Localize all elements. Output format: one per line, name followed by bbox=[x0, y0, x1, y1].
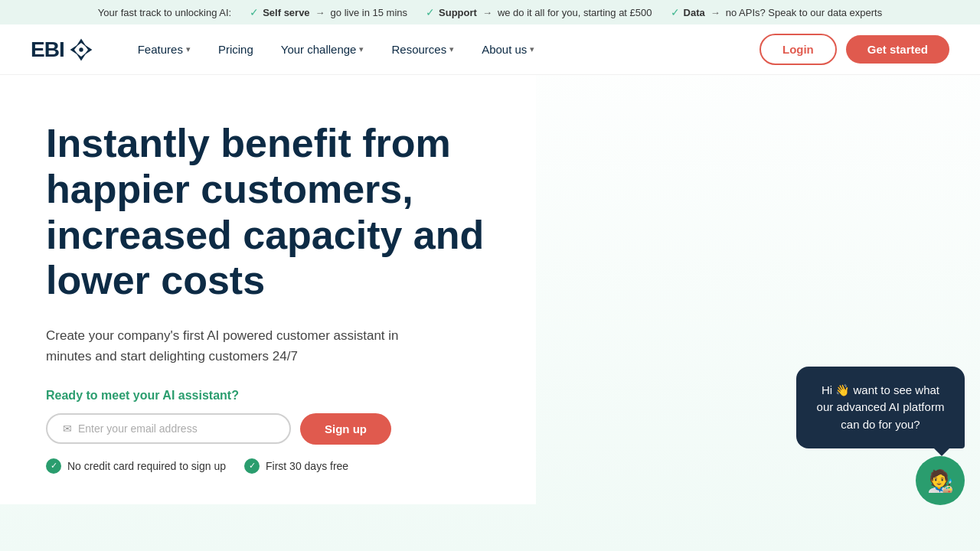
chat-bubble[interactable]: Hi 👋 want to see what our advanced AI pl… bbox=[796, 367, 965, 449]
signup-form: ✉ Sign up bbox=[46, 413, 490, 445]
nav-item-pricing[interactable]: Pricing bbox=[206, 35, 266, 64]
chat-bubble-container: Hi 👋 want to see what our advanced AI pl… bbox=[796, 367, 965, 506]
banner-data-bold: Data bbox=[684, 7, 705, 18]
banner-arrow-1: → bbox=[315, 7, 325, 18]
badges: ✓ No credit card required to sign up ✓ F… bbox=[46, 458, 490, 474]
email-icon: ✉ bbox=[63, 422, 72, 435]
chevron-down-icon-resources: ▾ bbox=[449, 44, 454, 54]
banner-self-serve-text: go live in 15 mins bbox=[331, 7, 407, 18]
nav-challenge-label: Your challenge bbox=[281, 43, 357, 56]
banner-arrow-2: → bbox=[482, 7, 492, 18]
banner-item-support: ✓ Support → we do it all for you, starti… bbox=[426, 6, 652, 18]
chevron-down-icon-about: ▾ bbox=[530, 44, 534, 54]
nav-item-about-us[interactable]: About us ▾ bbox=[469, 35, 547, 64]
email-input[interactable] bbox=[78, 422, 274, 435]
nav-features-label: Features bbox=[138, 43, 183, 56]
email-input-wrapper[interactable]: ✉ bbox=[46, 413, 291, 444]
logo[interactable]: EBI bbox=[31, 36, 95, 64]
chevron-down-icon-features: ▾ bbox=[186, 44, 191, 54]
login-button[interactable]: Login bbox=[760, 34, 837, 65]
banner-item-data: ✓ Data → no APIs? Speak to our data expe… bbox=[671, 6, 883, 18]
nav-resources-label: Resources bbox=[391, 43, 446, 56]
signup-button[interactable]: Sign up bbox=[300, 413, 391, 445]
badge-free-trial-text: First 30 days free bbox=[266, 460, 348, 472]
hero-subtitle: Create your company's first AI powered c… bbox=[46, 325, 444, 367]
hero-cta-label: Ready to meet your AI assistant? bbox=[46, 389, 490, 403]
navbar: EBI Features ▾ Pricing Your challen bbox=[0, 24, 980, 75]
nav-about-label: About us bbox=[482, 43, 527, 56]
banner-data-text: no APIs? Speak to our data experts bbox=[726, 7, 883, 18]
banner-arrow-3: → bbox=[710, 7, 720, 18]
banner-self-serve-bold: Self serve bbox=[263, 7, 309, 18]
logo-text: EBI bbox=[31, 37, 64, 62]
logo-ai-icon bbox=[67, 36, 95, 64]
check-icon-self-serve: ✓ bbox=[250, 6, 259, 18]
hero-title: Instantly benefit from happier customers… bbox=[46, 121, 490, 304]
chat-bubble-text: Hi 👋 want to see what our advanced AI pl… bbox=[817, 383, 945, 431]
badge-free-trial: ✓ First 30 days free bbox=[244, 458, 348, 474]
banner-item-self-serve: ✓ Self serve → go live in 15 mins bbox=[250, 6, 407, 18]
badge-no-credit-card: ✓ No credit card required to sign up bbox=[46, 458, 226, 474]
nav-links: Features ▾ Pricing Your challenge ▾ Reso… bbox=[126, 35, 760, 64]
nav-item-features[interactable]: Features ▾ bbox=[126, 35, 203, 64]
top-banner: Your fast track to unlocking AI: ✓ Self … bbox=[0, 0, 980, 24]
nav-pricing-label: Pricing bbox=[218, 43, 253, 56]
chat-avatar-emoji: 🧑‍🎨 bbox=[927, 468, 954, 494]
nav-item-resources[interactable]: Resources ▾ bbox=[379, 35, 466, 64]
svg-point-0 bbox=[79, 47, 83, 51]
banner-support-text: we do it all for you, starting at £500 bbox=[498, 7, 652, 18]
nav-item-your-challenge[interactable]: Your challenge ▾ bbox=[269, 35, 377, 64]
check-icon-no-credit-card: ✓ bbox=[46, 458, 61, 474]
banner-support-bold: Support bbox=[439, 7, 477, 18]
chevron-down-icon-challenge: ▾ bbox=[359, 44, 364, 54]
chat-avatar[interactable]: 🧑‍🎨 bbox=[916, 456, 965, 505]
check-icon-free-trial: ✓ bbox=[244, 458, 260, 474]
check-icon-support: ✓ bbox=[426, 6, 435, 18]
hero-section: Instantly benefit from happier customers… bbox=[0, 75, 536, 504]
check-icon-data: ✓ bbox=[671, 6, 680, 18]
get-started-button[interactable]: Get started bbox=[846, 35, 949, 64]
nav-actions: Login Get started bbox=[760, 34, 949, 65]
banner-main-text: Your fast track to unlocking AI: bbox=[98, 7, 231, 18]
badge-no-credit-card-text: No credit card required to sign up bbox=[67, 460, 226, 472]
